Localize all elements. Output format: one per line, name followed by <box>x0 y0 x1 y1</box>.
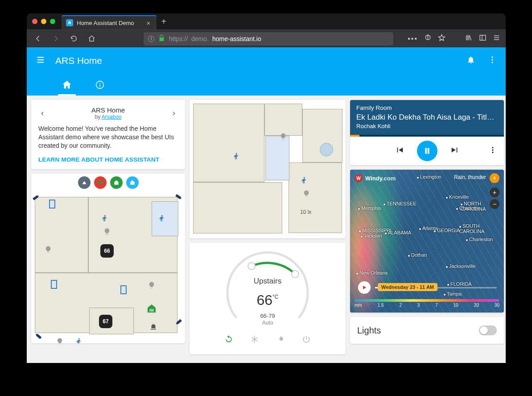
media-more-button[interactable] <box>489 146 497 156</box>
media-prev-button[interactable] <box>395 145 404 157</box>
radar-brand: W Windy.com <box>355 174 396 182</box>
radar-city-label: Tampa <box>444 291 462 296</box>
forward-button[interactable] <box>50 33 62 45</box>
tab-close-button[interactable]: × <box>147 19 151 27</box>
hamburger-menu-icon[interactable] <box>493 34 500 43</box>
tab-home[interactable] <box>58 74 76 96</box>
url-host: home-assistant.io <box>212 35 261 42</box>
browser-toolbar: i https://demo.home-assistant.io ••• <box>27 29 506 47</box>
motion-sensor-icon[interactable] <box>158 214 167 223</box>
dashboard: ‹ ARS Home by Arsaboo › Welcome home! Yo… <box>27 96 506 363</box>
radar-city-label: Memphis <box>358 205 381 211</box>
motion-sensor-icon[interactable] <box>300 176 309 185</box>
radar-legend: mm 1.5 2 3 7 10 20 30 <box>355 299 499 310</box>
url-protocol: https:// <box>169 35 188 42</box>
badge-tv[interactable] <box>94 176 107 189</box>
notifications-button[interactable] <box>466 55 475 66</box>
address-bar[interactable]: i https://demo.home-assistant.io <box>144 32 393 46</box>
media-artist: Rochak Kohli <box>356 123 498 129</box>
media-room: Family Room <box>356 104 498 111</box>
svg-point-2 <box>491 57 493 58</box>
motion-sensor-icon[interactable] <box>101 214 110 223</box>
svg-rect-8 <box>98 181 102 183</box>
radar-city-label: New Orleans <box>356 270 388 275</box>
radar-layer-label[interactable]: Rain, thunder <box>454 174 486 180</box>
svg-rect-7 <box>99 84 100 87</box>
site-info-icon[interactable]: i <box>148 36 154 42</box>
browser-tab[interactable]: Home Assistant Demo × <box>62 15 157 29</box>
back-button[interactable] <box>32 33 44 45</box>
url-subdomain: demo. <box>191 35 209 42</box>
badge-presence[interactable] <box>78 176 91 189</box>
view-tabs <box>27 74 506 96</box>
sidebar-toggle-icon[interactable] <box>479 34 487 43</box>
motion-sensor-icon[interactable] <box>75 337 84 343</box>
welcome-next-button[interactable]: › <box>170 107 178 120</box>
radar-play-button[interactable] <box>358 281 371 294</box>
light-icon[interactable] <box>103 227 111 236</box>
welcome-prev-button[interactable]: ‹ <box>38 107 46 120</box>
radar-city-label: Lexington <box>417 174 441 179</box>
garage-icon[interactable] <box>146 303 157 314</box>
light-icon[interactable] <box>302 189 311 198</box>
svg-point-6 <box>99 83 100 83</box>
motion-sensor-icon[interactable] <box>232 152 241 161</box>
reader-mode-icon[interactable] <box>424 34 432 43</box>
door-sensor-icon[interactable] <box>51 280 57 289</box>
radar-city-label: Jackson <box>361 233 382 238</box>
learn-more-link[interactable]: LEARN MORE ABOUT HOME ASSISTANT <box>38 156 178 163</box>
thermostat-name: Upstairs <box>223 277 312 286</box>
light-icon[interactable] <box>147 281 156 290</box>
radar-city-label: Dothan <box>408 252 427 258</box>
thermostat-badge-bedroom[interactable]: 67 <box>99 315 112 328</box>
home-button[interactable] <box>86 33 97 45</box>
door-sensor-icon[interactable] <box>120 285 127 294</box>
weather-radar-card[interactable]: LexingtonTENNESSEEMemphisKnoxvilleNORTH … <box>350 170 504 313</box>
window-close-button[interactable] <box>32 19 37 24</box>
light-icon[interactable] <box>279 132 288 141</box>
light-icon[interactable] <box>44 245 53 254</box>
page-title: ARS Home <box>55 55 102 66</box>
overflow-menu-button[interactable] <box>488 55 497 66</box>
badge-home[interactable] <box>126 176 139 189</box>
lights-toggle[interactable] <box>479 325 497 335</box>
tab-info[interactable] <box>91 74 109 96</box>
media-next-button[interactable] <box>450 145 460 157</box>
radar-layer-icon[interactable] <box>490 173 499 183</box>
radar-city-label: Charlotte <box>456 205 479 211</box>
light-icon[interactable] <box>55 337 64 343</box>
radar-zoom-in[interactable]: + <box>490 188 499 197</box>
window-maximize-button[interactable] <box>50 19 55 24</box>
radar-city-label: GEORGIA <box>434 228 460 233</box>
door-sensor-icon[interactable] <box>49 200 55 208</box>
thermostat-mode: Auto <box>223 320 312 326</box>
thermostat-card: Upstairs 66°C 66-79 Auto <box>190 243 346 354</box>
radar-timestamp: Wednesday 23 - 11 AM <box>378 283 437 291</box>
radar-city-label: Knoxville <box>446 194 469 200</box>
siren-icon[interactable] <box>149 323 157 331</box>
thermostat-badge-living[interactable]: 66 <box>100 244 114 258</box>
radar-zoom-out[interactable]: − <box>490 199 499 209</box>
page-actions-icon[interactable]: ••• <box>408 35 418 43</box>
new-tab-button[interactable]: + <box>161 17 166 27</box>
media-title: Ek Ladki Ko Dekha Toh Aisa Laga - Title… <box>356 113 498 122</box>
lock-icon <box>158 34 165 43</box>
reload-button[interactable] <box>68 33 79 45</box>
menu-button[interactable] <box>36 55 45 67</box>
welcome-title: ARS Home <box>91 106 125 114</box>
radar-city-label: Charleston <box>466 237 493 242</box>
welcome-byline: by Arsaboo <box>91 114 125 120</box>
badge-alarm[interactable] <box>110 176 123 189</box>
thermostat-range: 66-79 <box>223 313 312 319</box>
thermostat-dial[interactable]: Upstairs 66°C 66-79 Auto <box>223 251 312 331</box>
media-play-pause-button[interactable] <box>417 141 437 161</box>
bookmark-icon[interactable] <box>438 34 445 43</box>
svg-point-4 <box>491 62 493 63</box>
floorplan-main-card[interactable]: 66 67 <box>31 174 185 343</box>
welcome-author-link[interactable]: Arsaboo <box>102 114 122 120</box>
window-minimize-button[interactable] <box>41 19 46 24</box>
library-icon[interactable] <box>465 34 473 43</box>
floorplan-upper-card[interactable]: 10 lx <box>190 100 346 238</box>
welcome-body: Welcome home! You've reached the Home As… <box>38 125 178 150</box>
page-content: ARS Home <box>27 47 506 363</box>
